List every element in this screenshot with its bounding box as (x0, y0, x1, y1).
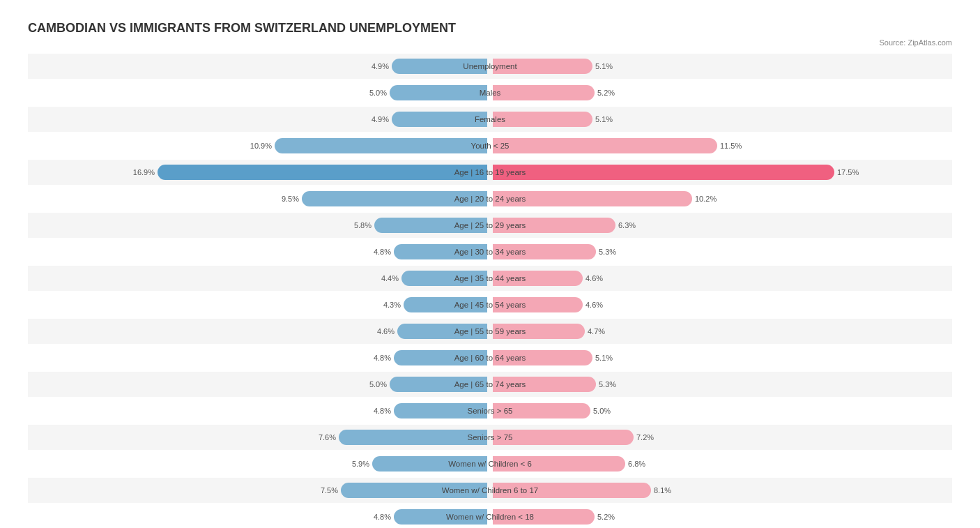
left-section: 10.9% (28, 138, 490, 153)
chart-row: 4.8% 5.3% Age | 30 to 34 years (28, 239, 952, 264)
right-section: 6.8% (490, 456, 952, 472)
source-line: Source: ZipAtlas.com (28, 38, 952, 47)
right-section: 5.2% (490, 509, 952, 525)
left-section: 4.8% (28, 509, 490, 525)
chart-row: 4.9% 5.1% Unemployment (28, 54, 952, 79)
chart-row: 16.9% 17.5% Age | 16 to 19 years (28, 160, 952, 185)
right-section: 5.0% (490, 403, 952, 418)
right-value: 4.7% (588, 327, 613, 335)
right-section: 11.5% (490, 138, 952, 153)
left-section: 4.8% (28, 403, 490, 418)
chart-row: 5.8% 6.3% Age | 25 to 29 years (28, 213, 952, 238)
right-bar (493, 297, 583, 312)
left-section: 4.8% (28, 244, 490, 259)
left-value: 5.0% (362, 89, 387, 97)
left-section: 5.8% (28, 218, 490, 233)
left-value: 16.9% (130, 168, 155, 176)
chart-row: 5.9% 6.8% Women w/ Children < 6 (28, 451, 952, 476)
chart-row: 5.0% 5.3% Age | 65 to 74 years (28, 372, 952, 397)
left-value: 4.8% (366, 354, 391, 362)
right-section: 5.2% (490, 85, 952, 100)
left-bar (397, 324, 487, 339)
left-value: 5.8% (346, 221, 372, 229)
right-value: 10.2% (695, 195, 720, 203)
left-section: 9.5% (28, 191, 490, 206)
right-section: 4.7% (490, 324, 952, 339)
left-value: 4.9% (364, 115, 389, 123)
right-section: 7.2% (490, 430, 952, 445)
right-value: 4.6% (585, 301, 611, 309)
left-bar (302, 191, 487, 206)
left-value: 5.0% (362, 380, 387, 389)
left-value: 4.9% (364, 62, 389, 70)
right-bar (493, 59, 592, 74)
left-bar (394, 244, 487, 259)
left-bar (394, 403, 487, 418)
right-bar (493, 456, 625, 472)
right-value: 6.8% (628, 460, 653, 468)
chart-row: 4.8% 5.0% Seniors > 65 (28, 398, 952, 423)
right-bar (493, 509, 595, 525)
left-bar (392, 59, 487, 74)
left-value: 4.3% (376, 301, 401, 309)
left-section: 7.6% (28, 430, 490, 445)
right-value: 11.5% (720, 142, 745, 150)
left-section: 5.0% (28, 377, 490, 392)
right-bar (493, 165, 834, 180)
right-value: 5.3% (599, 380, 624, 389)
right-value: 5.2% (597, 89, 622, 97)
left-value: 5.9% (344, 460, 369, 468)
left-bar (394, 350, 487, 365)
right-value: 5.1% (595, 354, 620, 362)
left-value: 7.6% (311, 433, 336, 442)
chart-row: 4.8% 5.1% Age | 60 to 64 years (28, 345, 952, 370)
right-bar (493, 218, 615, 233)
right-value: 17.5% (837, 168, 862, 176)
left-value: 9.5% (274, 195, 299, 203)
left-section: 16.9% (28, 165, 490, 180)
right-section: 5.3% (490, 244, 952, 259)
right-bar (493, 430, 634, 445)
right-value: 5.1% (595, 115, 620, 123)
left-bar (392, 112, 487, 127)
chart-area: 4.9% 5.1% Unemployment 5.0% 5.2% Males 4… (28, 54, 952, 528)
chart-row: 10.9% 11.5% Youth < 25 (28, 133, 952, 158)
left-value: 7.5% (313, 486, 338, 495)
right-section: 8.1% (490, 483, 952, 498)
left-bar (372, 456, 487, 472)
left-section: 4.8% (28, 350, 490, 365)
chart-row: 4.8% 5.2% Women w/ Children < 18 (28, 504, 952, 528)
chart-row: 4.6% 4.7% Age | 55 to 59 years (28, 319, 952, 344)
right-section: 5.1% (490, 59, 952, 74)
left-bar (404, 297, 487, 312)
left-value: 4.8% (366, 248, 391, 256)
left-section: 4.9% (28, 112, 490, 127)
chart-row: 4.3% 4.6% Age | 45 to 54 years (28, 292, 952, 317)
chart-row: 7.5% 8.1% Women w/ Children 6 to 17 (28, 478, 952, 503)
right-section: 10.2% (490, 191, 952, 206)
chart-row: 9.5% 10.2% Age | 20 to 24 years (28, 186, 952, 211)
right-value: 5.3% (599, 248, 624, 256)
right-bar (493, 350, 592, 365)
left-section: 4.3% (28, 297, 490, 312)
left-bar (339, 430, 487, 445)
left-section: 7.5% (28, 483, 490, 498)
left-section: 4.9% (28, 59, 490, 74)
right-bar (493, 191, 692, 206)
left-section: 4.6% (28, 324, 490, 339)
left-value: 4.4% (374, 274, 399, 282)
right-value: 8.1% (654, 486, 679, 495)
right-section: 5.3% (490, 377, 952, 392)
right-section: 5.1% (490, 350, 952, 365)
chart-row: 7.6% 7.2% Seniors > 75 (28, 425, 952, 450)
right-value: 5.0% (593, 407, 618, 415)
right-bar (493, 244, 596, 259)
left-value: 4.8% (366, 407, 391, 415)
right-bar (493, 324, 585, 339)
left-value: 4.8% (366, 513, 391, 521)
right-bar (493, 483, 651, 498)
chart-row: 4.9% 5.1% Females (28, 107, 952, 132)
right-value: 6.3% (618, 221, 643, 229)
left-section: 5.0% (28, 85, 490, 100)
right-bar (493, 138, 717, 153)
